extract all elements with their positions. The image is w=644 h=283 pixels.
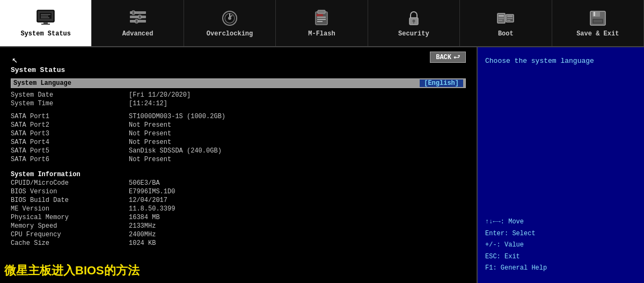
system-language-value: [English] — [420, 79, 463, 87]
right-panel: Choose the system language ↑↓←→: Move En… — [478, 47, 644, 283]
sata-port2-row: SATA Port2 Not Present — [11, 121, 466, 129]
nav-label-advanced: Advanced — [122, 30, 153, 38]
physical-memory-label: Physical Memory — [11, 214, 129, 221]
bios-build-date-label: BIOS Build Date — [11, 197, 129, 204]
nav-label-save-exit: Save & Exit — [576, 30, 619, 38]
cache-size-value: 1024 KB — [129, 240, 156, 247]
sata-port5-value: SanDisk SDSSDA (240.0GB) — [129, 147, 222, 155]
sata-port6-row: SATA Port6 Not Present — [11, 156, 466, 163]
sata-port3-value: Not Present — [129, 130, 171, 137]
back-button[interactable]: BACK ⮐ — [430, 52, 466, 63]
system-language-row[interactable]: System Language [English] — [11, 78, 466, 88]
svg-point-26 — [412, 20, 415, 23]
section-title: System Status — [11, 66, 466, 74]
physical-memory-value: 16384 MB — [129, 214, 160, 221]
system-date-label: System Date — [11, 91, 129, 99]
me-version-row: ME Version 11.8.50.3399 — [11, 205, 466, 213]
advanced-icon — [127, 9, 149, 28]
physical-memory-row: Physical Memory 16384 MB — [11, 214, 466, 221]
svg-rect-30 — [499, 18, 504, 19]
mflash-icon: BIOS — [311, 9, 332, 28]
back-label: BACK — [436, 54, 451, 61]
sata-port3-row: SATA Port3 Not Present — [11, 130, 466, 137]
svg-rect-33 — [507, 16, 513, 17]
nav-security[interactable]: Security — [368, 0, 460, 46]
bios-version-value: E7996IMS.1D0 — [129, 188, 175, 195]
key-hints: ↑↓←→: Move Enter: Select +/-: Value ESC:… — [485, 216, 636, 274]
nav-label-system-status: System Status — [20, 30, 71, 38]
svg-rect-35 — [507, 20, 510, 21]
system-date-row: System Date [Fri 11/20/2020] — [11, 91, 466, 99]
save-exit-icon — [587, 9, 609, 28]
me-version-label: ME Version — [11, 205, 129, 213]
nav-label-boot: Boot — [498, 30, 514, 38]
memory-speed-row: Memory Speed 2133MHz — [11, 222, 466, 230]
cpu-frequency-row: CPU Frequency 2400MHz — [11, 231, 466, 238]
nav-label-security: Security — [398, 30, 429, 38]
svg-rect-12 — [138, 15, 141, 19]
svg-rect-3 — [43, 22, 48, 24]
sata-port4-row: SATA Port4 Not Present — [11, 139, 466, 146]
sata-port1-value: ST1000DM003-1S (1000.2GB) — [129, 113, 225, 120]
bios-version-label: BIOS Version — [11, 188, 129, 195]
nav-system-status[interactable]: System Status — [0, 0, 92, 46]
memory-speed-value: 2133MHz — [129, 222, 156, 230]
system-language-label: System Language — [13, 79, 71, 87]
svg-rect-13 — [135, 19, 138, 23]
overclocking-icon — [219, 9, 240, 28]
system-time-value: [11:24:12] — [129, 100, 167, 107]
svg-rect-34 — [507, 18, 513, 19]
nav-label-mflash: M-Flash — [308, 30, 335, 38]
left-panel: ↖ BACK ⮐ System Status System Language [… — [0, 47, 478, 283]
nav-save-exit[interactable]: Save & Exit — [552, 0, 644, 46]
svg-rect-11 — [132, 11, 135, 14]
key-hint-select: Enter: Select — [485, 228, 636, 240]
main-area: ↖ BACK ⮐ System Status System Language [… — [0, 47, 644, 283]
memory-speed-label: Memory Speed — [11, 222, 129, 230]
nav-overclocking[interactable]: Overclocking — [184, 0, 276, 46]
key-hint-esc: ESC: Exit — [485, 251, 636, 263]
system-time-label: System Time — [11, 100, 129, 107]
bios-version-row: BIOS Version E7996IMS.1D0 — [11, 188, 466, 195]
svg-rect-40 — [594, 20, 602, 23]
sata-port1-label: SATA Port1 — [11, 113, 129, 120]
help-text: Choose the system language — [485, 56, 636, 67]
cpuid-value: 506E3/BA — [129, 179, 160, 187]
sata-port3-label: SATA Port3 — [11, 130, 129, 137]
nav-advanced[interactable]: Advanced — [92, 0, 184, 46]
cpuid-row: CPUID/MicroCode 506E3/BA — [11, 179, 466, 187]
svg-point-16 — [228, 17, 231, 20]
svg-rect-4 — [41, 24, 50, 25]
bios-build-date-value: 12/04/2017 — [129, 197, 167, 204]
svg-rect-21 — [317, 17, 326, 18]
svg-rect-23 — [317, 21, 323, 22]
key-hint-move: ↑↓←→: Move — [485, 216, 636, 228]
sata-port2-label: SATA Port2 — [11, 121, 129, 129]
sata-port5-label: SATA Port5 — [11, 147, 129, 155]
svg-rect-31 — [499, 20, 502, 21]
svg-text:BIOS: BIOS — [317, 13, 323, 17]
key-hint-value: +/-: Value — [485, 240, 636, 251]
sata-port1-row: SATA Port1 ST1000DM003-1S (1000.2GB) — [11, 113, 466, 120]
sata-port4-label: SATA Port4 — [11, 139, 129, 146]
cache-size-label: Cache Size — [11, 240, 129, 247]
me-version-value: 11.8.50.3399 — [129, 205, 175, 213]
nav-label-overclocking: Overclocking — [207, 30, 253, 38]
top-nav: System Status Advanced Ov — [0, 0, 644, 47]
sata-port6-label: SATA Port6 — [11, 156, 129, 163]
system-info-title: System Information — [11, 171, 466, 178]
cpuid-label: CPUID/MicroCode — [11, 179, 129, 187]
watermark-text: 微星主板进入BIOS的方法 — [4, 263, 140, 279]
system-status-icon — [35, 9, 56, 28]
boot-icon — [495, 9, 516, 28]
cache-size-row: Cache Size 1024 KB — [11, 240, 466, 247]
nav-boot[interactable]: Boot — [460, 0, 552, 46]
svg-rect-38 — [594, 12, 595, 16]
sata-port6-value: Not Present — [129, 156, 171, 163]
bios-build-date-row: BIOS Build Date 12/04/2017 — [11, 197, 466, 204]
cpu-frequency-label: CPU Frequency — [11, 231, 129, 238]
nav-mflash[interactable]: BIOS M-Flash — [276, 0, 368, 46]
back-arrow-icon: ⮐ — [453, 53, 460, 61]
cpu-frequency-value: 2400MHz — [129, 231, 156, 238]
sata-port5-row: SATA Port5 SanDisk SDSSDA (240.0GB) — [11, 147, 466, 155]
